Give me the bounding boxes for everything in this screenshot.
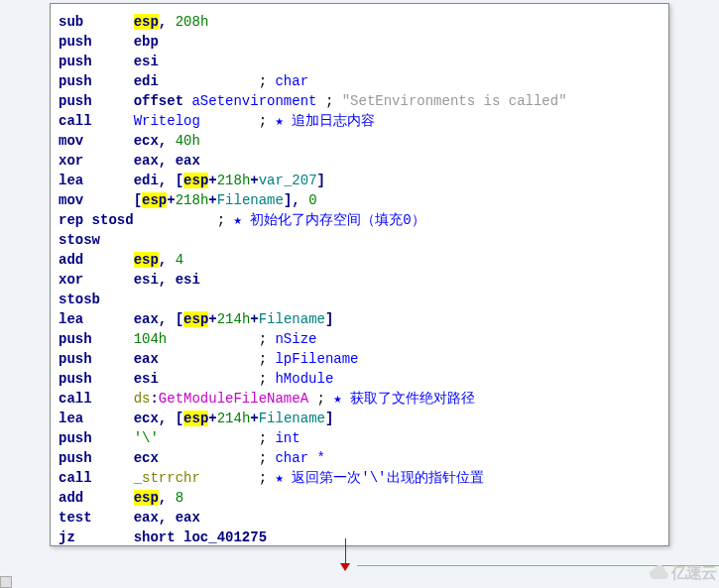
asm-line[interactable]: test eax, eax <box>59 508 660 528</box>
operand-token: eax <box>134 351 159 367</box>
asm-line[interactable]: push ebp <box>59 32 660 52</box>
asm-line[interactable]: xor esi, esi <box>59 270 660 290</box>
operand-token: short <box>134 529 176 545</box>
operand-token: , <box>159 510 176 526</box>
watermark-logo: 亿速云 <box>646 563 716 585</box>
operand-token: ecx <box>134 411 159 426</box>
operand-token: ] <box>317 173 325 188</box>
asm-line[interactable]: stosw <box>59 230 660 250</box>
operand-token: 218h <box>176 192 209 208</box>
asm-line[interactable]: call ds:GetModuleFileNameA ; ★ 获取了文件绝对路径 <box>59 389 660 409</box>
operand-token: ] <box>325 311 333 327</box>
mnemonic: push <box>59 93 92 109</box>
asm-line[interactable]: mov ecx, 40h <box>59 131 660 151</box>
operand-token: ; <box>159 351 276 367</box>
asm-line[interactable]: call _strrchr ; ★ 返回第一次'\'出现的指针位置 <box>59 468 660 488</box>
operand-token: ; <box>159 73 276 89</box>
mnemonic: push <box>59 73 92 89</box>
operand-token: ; <box>308 391 333 407</box>
asm-line[interactable]: lea edi, [esp+218h+var_207] <box>59 171 660 190</box>
operand-token: esi <box>176 272 200 288</box>
mnemonic: call <box>59 470 92 486</box>
asm-line[interactable]: call Writelog ; ★ 追加日志内容 <box>59 111 660 131</box>
mnemonic: mov <box>59 133 83 149</box>
mnemonic: jz <box>59 529 75 545</box>
asm-line[interactable]: mov [esp+218h+Filename], 0 <box>59 190 660 210</box>
operand-token: , <box>159 272 176 288</box>
operand-token: char <box>275 73 308 89</box>
operand-token: + <box>250 311 258 327</box>
mnemonic: lea <box>59 311 83 327</box>
operand-token: eax <box>134 510 159 526</box>
cloud-icon <box>646 563 671 585</box>
mnemonic: sub <box>59 14 83 30</box>
operand-token: , <box>159 133 176 149</box>
mnemonic: add <box>59 252 83 268</box>
operand-token: 初始化了内存空间（填充0） <box>242 212 425 228</box>
asm-line[interactable]: push edi ; char <box>59 71 660 91</box>
operand-token: ; <box>316 93 341 109</box>
asm-line[interactable]: push 104h ; nSize <box>59 329 660 349</box>
asm-line[interactable]: push ecx ; char * <box>59 448 660 468</box>
operand-token: + <box>208 192 216 208</box>
operand-token: eax <box>176 510 200 526</box>
mnemonic: xor <box>59 153 83 169</box>
operand-token: esp <box>134 14 159 30</box>
operand-token: + <box>250 411 258 426</box>
mnemonic: push <box>59 351 92 367</box>
operand-token: ★ <box>275 113 283 129</box>
mnemonic: rep stosd <box>59 212 134 228</box>
asm-line[interactable]: jz short loc_401275 <box>59 528 660 546</box>
operand-token: esp <box>183 411 208 426</box>
mnemonic: push <box>59 430 92 446</box>
asm-line[interactable]: add esp, 8 <box>59 488 660 508</box>
asm-line[interactable]: add esp, 4 <box>59 250 660 270</box>
disassembly-view[interactable]: sub esp, 208hpush ebppush esipush edi ; … <box>50 3 669 546</box>
operand-token: int <box>275 430 300 446</box>
mnemonic: lea <box>59 173 83 188</box>
mnemonic: lea <box>59 411 83 426</box>
operand-token: ecx <box>134 450 159 466</box>
operand-token: Filename <box>259 411 325 426</box>
operand-token: nSize <box>275 331 316 347</box>
operand-token: esi <box>134 272 159 288</box>
asm-line[interactable]: push esi ; hModule <box>59 369 660 389</box>
operand-token: ; <box>159 430 276 446</box>
mnemonic: xor <box>59 272 83 288</box>
operand-token: 0 <box>308 192 316 208</box>
operand-token: loc_401275 <box>183 529 267 545</box>
operand-token: + <box>167 192 175 208</box>
asm-line[interactable]: sub esp, 208h <box>59 12 660 32</box>
operand-token: , <box>159 252 176 268</box>
asm-line[interactable]: xor eax, eax <box>59 151 660 171</box>
operand-token: 218h <box>217 173 251 188</box>
operand-token: eax <box>134 311 159 327</box>
asm-line[interactable]: push esi <box>59 52 660 71</box>
operand-token: hModule <box>275 371 333 387</box>
operand-token: [ <box>134 192 142 208</box>
operand-token: + <box>208 311 216 327</box>
asm-line[interactable]: rep stosd ; ★ 初始化了内存空间（填充0） <box>59 210 660 230</box>
operand-token: , [ <box>159 311 183 327</box>
operand-token: 40h <box>176 133 200 149</box>
asm-line[interactable]: push '\' ; int <box>59 428 660 448</box>
operand-token: ebp <box>134 34 159 50</box>
mnemonic: stosw <box>59 232 100 248</box>
asm-line[interactable]: lea ecx, [esp+214h+Filename] <box>59 409 660 428</box>
operand-token: edi <box>134 173 159 188</box>
mnemonic: stosb <box>59 292 100 307</box>
operand-token: 获取了文件绝对路径 <box>342 391 475 407</box>
asm-line[interactable]: stosb <box>59 290 660 309</box>
operand-token: ; <box>159 450 276 466</box>
asm-line[interactable]: push eax ; lpFilename <box>59 349 660 369</box>
asm-line[interactable]: push offset aSetenvironment ; "SetEnviro… <box>59 91 660 111</box>
asm-line[interactable]: lea eax, [esp+214h+Filename] <box>59 309 660 329</box>
operand-token: , [ <box>159 411 183 426</box>
operand-token: ecx <box>134 133 159 149</box>
operand-token: Filename <box>217 192 284 208</box>
mnemonic: push <box>59 450 92 466</box>
operand-token: esp <box>134 252 159 268</box>
mnemonic: mov <box>59 192 83 208</box>
operand-token: ★ <box>233 212 241 228</box>
operand-token: + <box>208 173 216 188</box>
